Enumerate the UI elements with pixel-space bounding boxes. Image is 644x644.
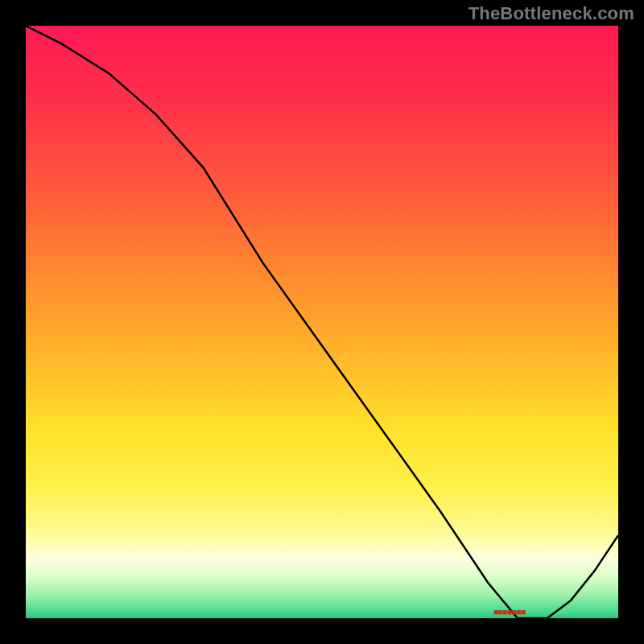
min-marker: ■■■■■■■	[493, 607, 526, 617]
plot-area: ■■■■■■■	[26, 26, 618, 618]
watermark-text: TheBottleneck.com	[469, 3, 634, 24]
line-svg	[26, 26, 618, 618]
chart-root: TheBottleneck.com ■■■■■■■	[0, 0, 644, 644]
bottleneck-line	[26, 26, 618, 618]
